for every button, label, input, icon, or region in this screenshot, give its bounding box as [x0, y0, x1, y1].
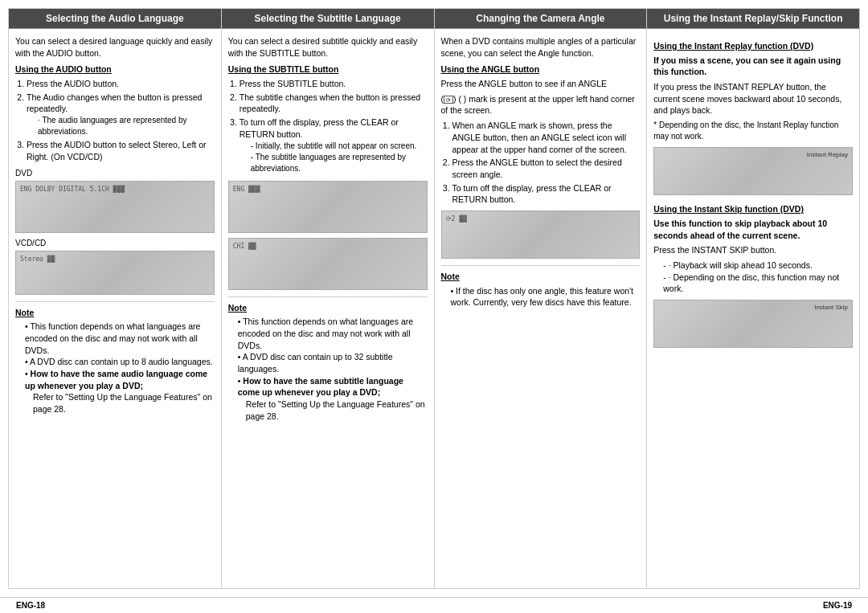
angle-icon-desc: (⟳) ( ) mark is present at the upper lef… [441, 93, 641, 116]
instant-replay-bold-desc: If you miss a scene, you can see it agai… [653, 55, 853, 78]
instant-replay-screen: Instant Replay [653, 147, 853, 195]
using-angle-title: Using the ANGLE button [441, 63, 641, 76]
page: Selecting the Audio Language You can sel… [0, 0, 868, 613]
audio-step-1: Press the AUDIO button. [27, 78, 215, 90]
col-audio-header: Selecting the Audio Language [9, 9, 221, 29]
subtitle-step-3: To turn off the display, press the CLEAR… [240, 116, 428, 174]
col-subtitle-header: Selecting the Subtitle Language [222, 9, 434, 29]
col-subtitle-body: You can select a desired subtitle quickl… [222, 29, 434, 588]
col-audio-intro: You can select a desired language quickl… [15, 35, 215, 59]
instant-skip-screen: Instant Skip [653, 300, 853, 348]
instant-replay-title: Using the Instant Replay function (DVD) [653, 40, 853, 52]
subtitle-step-1: Press the SUBTITLE button. [240, 78, 428, 90]
subtitle-screen1: ENG ▓▓▓ [228, 181, 428, 233]
vcdcd-screen-text: Stereo ▓▓ [20, 255, 55, 264]
angle-note-list: If the disc has only one angle, this fea… [441, 285, 641, 309]
col-angle-header: Changing the Camera Angle [435, 9, 647, 29]
dvd-screen-text: ENG DOLBY DIGITAL 5.1CH ▓▓▓ [20, 185, 125, 194]
subtitle-screen2-text: CHI ▓▓ [233, 242, 256, 251]
col-audio-body: You can select a desired language quickl… [9, 29, 221, 588]
angle-note-section: Note If the disc has only one angle, thi… [441, 265, 641, 309]
main-columns: Selecting the Audio Language You can sel… [8, 8, 860, 589]
angle-icon: (⟳) [441, 94, 457, 104]
audio-note-2: A DVD disc can contain up to 8 audio lan… [25, 356, 215, 368]
subtitle-screen1-text: ENG ▓▓▓ [233, 185, 260, 194]
instant-skip-notes: · Playback will skip ahead 10 seconds. ·… [653, 260, 853, 295]
instant-replay-screen-label: Instant Replay [807, 150, 848, 159]
angle-step-2: Press the ANGLE button to select the des… [452, 157, 641, 180]
angle-step-3: To turn off the display, press the CLEAR… [452, 182, 641, 206]
dvd-label: DVD [15, 168, 215, 179]
vcdcd-screen-content: Stereo ▓▓ [20, 255, 55, 264]
col-audio: Selecting the Audio Language You can sel… [9, 9, 222, 588]
subtitle-step-2: The subtitle changes when the button is … [240, 92, 428, 115]
skip-note-1: · Playback will skip ahead 10 seconds. [663, 260, 853, 272]
vcdcd-label: VCD/CD [15, 238, 215, 249]
audio-steps: Press the AUDIO button. The Audio change… [15, 78, 215, 162]
footer-page-right: ENG-19 [823, 601, 852, 610]
col-subtitle-intro: You can select a desired subtitle quickl… [228, 35, 428, 59]
angle-step-1: When an ANGLE mark is shown, press the A… [452, 120, 641, 155]
audio-step2-note: · The audio languages are represented by… [38, 115, 215, 137]
col-angle-body: When a DVD contains multiple angles of a… [435, 29, 647, 588]
col-replay-body: Using the Instant Replay function (DVD) … [647, 29, 859, 588]
dvd-screen-content: ENG DOLBY DIGITAL 5.1CH ▓▓▓ [20, 185, 125, 194]
instant-skip-bold-desc: Use this function to skip playback about… [653, 218, 853, 241]
audio-note-section: Note This function depends on what langu… [15, 301, 215, 415]
col-angle: Changing the Camera Angle When a DVD con… [435, 9, 648, 588]
instant-replay-note: * Depending on the disc, the Instant Rep… [653, 120, 853, 142]
instant-replay-desc: If you press the INSTANT REPLAY button, … [653, 81, 853, 116]
subtitle-note-3: How to have the same subtitle language c… [238, 375, 428, 423]
col-angle-intro: When a DVD contains multiple angles of a… [441, 35, 641, 59]
vcdcd-screen: Stereo ▓▓ [15, 251, 215, 295]
angle-note-1: If the disc has only one angle, this fea… [451, 285, 641, 309]
subtitle-screen2: CHI ▓▓ [228, 238, 428, 290]
footer-page-left: ENG-18 [16, 601, 45, 610]
audio-step-3: Press the AUDIO button to select Stereo,… [27, 139, 215, 162]
subtitle-note-2: A DVD disc can contain up to 32 subtitle… [238, 351, 428, 374]
angle-screen: ⟳2 ▓▓ [441, 210, 641, 259]
audio-step-2: The Audio changes when the button is pre… [27, 92, 215, 137]
subtitle-note-1: This function depends on what languages … [238, 316, 428, 351]
subtitle-steps: Press the SUBTITLE button. The subtitle … [228, 78, 428, 174]
subtitle-note-title: Note [228, 302, 428, 314]
audio-note-3: How to have the same audio language come… [25, 368, 215, 415]
angle-desc1: Press the ANGLE button to see if an ANGL… [441, 78, 641, 90]
using-subtitle-title: Using the SUBTITLE button [228, 63, 428, 76]
angle-screen-text: ⟳2 ▓▓ [446, 215, 467, 223]
skip-note-2: · Depending on the disc, this function m… [663, 272, 853, 295]
subtitle-note-section: Note This function depends on what langu… [228, 296, 428, 423]
audio-note-title: Note [15, 307, 215, 319]
audio-note-list: This function depends on what languages … [15, 321, 215, 415]
audio-note-1: This function depends on what languages … [25, 321, 215, 356]
angle-steps: When an ANGLE mark is shown, press the A… [441, 120, 641, 206]
col-subtitle: Selecting the Subtitle Language You can … [222, 9, 435, 588]
instant-skip-screen-label: Instant Skip [814, 303, 848, 312]
angle-note-title: Note [441, 271, 641, 283]
dvd-screen: ENG DOLBY DIGITAL 5.1CH ▓▓▓ [15, 181, 215, 233]
subtitle-step3-note1: - Initially, the subtitle will not appea… [251, 141, 428, 152]
subtitle-step3-note2: - The subtitle languages are represented… [251, 152, 428, 174]
col-replay: Using the Instant Replay/Skip Function U… [647, 9, 859, 588]
instant-skip-desc: Press the INSTANT SKIP button. [653, 244, 853, 256]
col-replay-header: Using the Instant Replay/Skip Function [647, 9, 859, 29]
footer: ENG-18 ENG-19 [0, 597, 868, 613]
instant-skip-title: Using the Instant Skip function (DVD) [653, 203, 853, 215]
subtitle-note-list: This function depends on what languages … [228, 316, 428, 422]
using-audio-title: Using the AUDIO button [15, 63, 215, 76]
